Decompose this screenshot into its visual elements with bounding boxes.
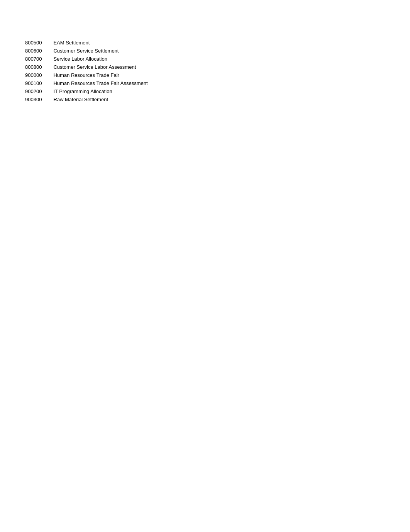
name-cell: Human Resources Trade Fair Assessment xyxy=(53,79,147,87)
cost-center-table: 800500EAM Settlement800600Customer Servi… xyxy=(25,39,148,104)
code-cell: 800600 xyxy=(25,47,53,55)
code-cell: 900100 xyxy=(25,79,53,87)
table-row: 900100Human Resources Trade Fair Assessm… xyxy=(25,79,148,87)
table-row: 900000Human Resources Trade Fair xyxy=(25,71,148,79)
table-row: 900300Raw Material Settlement xyxy=(25,95,148,104)
name-cell: Customer Service Labor Assessment xyxy=(53,63,147,71)
code-cell: 800500 xyxy=(25,39,53,47)
table-row: 800600Customer Service Settlement xyxy=(25,47,148,55)
code-cell: 800800 xyxy=(25,63,53,71)
code-cell: 900000 xyxy=(25,71,53,79)
code-cell: 900200 xyxy=(25,87,53,95)
table-row: 800700Service Labor Allocation xyxy=(25,55,148,63)
name-cell: Raw Material Settlement xyxy=(53,95,147,104)
table-row: 800800Customer Service Labor Assessment xyxy=(25,63,148,71)
table-row: 800500EAM Settlement xyxy=(25,39,148,47)
main-content: 800500EAM Settlement800600Customer Servi… xyxy=(0,0,410,104)
table-row: 900200IT Programming Allocation xyxy=(25,87,148,95)
name-cell: IT Programming Allocation xyxy=(53,87,147,95)
code-cell: 800700 xyxy=(25,55,53,63)
name-cell: Service Labor Allocation xyxy=(53,55,147,63)
name-cell: Customer Service Settlement xyxy=(53,47,147,55)
name-cell: Human Resources Trade Fair xyxy=(53,71,147,79)
name-cell: EAM Settlement xyxy=(53,39,147,47)
code-cell: 900300 xyxy=(25,95,53,104)
